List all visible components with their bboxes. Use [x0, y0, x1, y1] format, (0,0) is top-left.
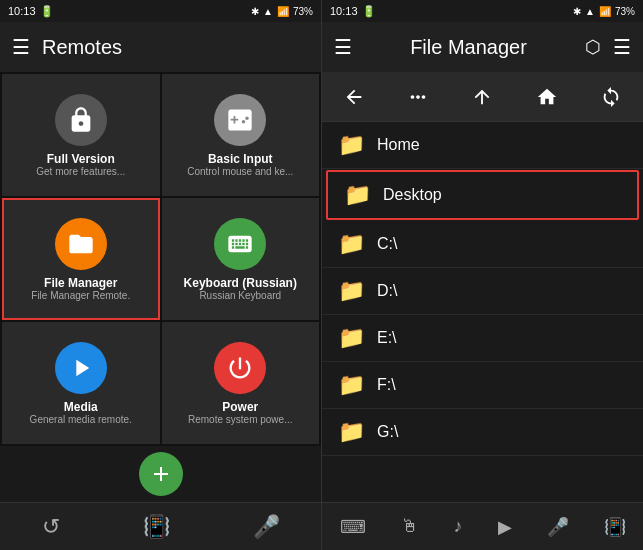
basic-input-name: Basic Input [208, 152, 273, 166]
file-item-c[interactable]: 📁 C:\ [322, 221, 643, 268]
right-panel: 10:13 🔋 ✱ ▲ 📶 73% ☰ File Manager ⬡ ☰ [321, 0, 643, 550]
file-item-home[interactable]: 📁 Home [322, 122, 643, 169]
right-time: 10:13 [330, 5, 358, 17]
left-battery-icon: 🔋 [40, 5, 54, 18]
full-version-icon [55, 94, 107, 146]
remotes-grid: Full Version Get more features... Basic … [0, 72, 321, 446]
full-version-desc: Get more features... [36, 166, 125, 177]
right-status-left: 10:13 🔋 [330, 5, 376, 18]
folder-icon-desktop: 📁 [344, 182, 371, 208]
folder-icon-home: 📁 [338, 132, 365, 158]
right-title: File Manager [364, 36, 573, 59]
remote-item-keyboard[interactable]: Keyboard (Russian) Russian Keyboard [162, 198, 320, 320]
right-bluetooth-icon: ✱ [573, 6, 581, 17]
remote-item-full-version[interactable]: Full Version Get more features... [2, 74, 160, 196]
left-time: 10:13 [8, 5, 36, 17]
keyboard-name: Keyboard (Russian) [184, 276, 297, 290]
file-name-desktop: Desktop [383, 186, 442, 204]
right-wifi-icon: ▲ [585, 6, 595, 17]
left-signal-icon: 📶 [277, 6, 289, 17]
right-menu-icon[interactable]: ☰ [613, 35, 631, 59]
play-bottom-icon[interactable]: ▶ [498, 516, 512, 538]
right-battery-pct: 73% [615, 6, 635, 17]
mic-icon[interactable]: 🎤 [253, 514, 280, 540]
file-name-d: D:\ [377, 282, 397, 300]
basic-input-icon [214, 94, 266, 146]
left-bottom-bar: ↺ 📳 🎤 [0, 502, 321, 550]
sync-button[interactable] [589, 75, 633, 119]
file-manager-icon [55, 218, 107, 270]
add-remote-button[interactable] [139, 452, 183, 496]
layers-icon[interactable]: ⬡ [585, 36, 601, 58]
file-name-e: E:\ [377, 329, 397, 347]
file-name-c: C:\ [377, 235, 397, 253]
left-status-left: 10:13 🔋 [8, 5, 54, 18]
remote-item-basic-input[interactable]: Basic Input Control mouse and ke... [162, 74, 320, 196]
file-item-g[interactable]: 📁 G:\ [322, 409, 643, 456]
media-icon [55, 342, 107, 394]
more-button[interactable] [396, 75, 440, 119]
file-manager-desc: File Manager Remote. [31, 290, 130, 301]
file-item-d[interactable]: 📁 D:\ [322, 268, 643, 315]
keyboard-icon [214, 218, 266, 270]
left-title: Remotes [42, 36, 309, 59]
right-toolbar [322, 72, 643, 122]
file-name-g: G:\ [377, 423, 398, 441]
power-desc: Remote system powe... [188, 414, 292, 425]
right-bottom-bar: ⌨ 🖱 ♪ ▶ 🎤 📳 [322, 502, 643, 550]
file-item-e[interactable]: 📁 E:\ [322, 315, 643, 362]
left-status-right: ✱ ▲ 📶 73% [251, 6, 313, 17]
right-battery-icon: 🔋 [362, 5, 376, 18]
up-button[interactable] [460, 75, 504, 119]
left-bluetooth-icon: ✱ [251, 6, 259, 17]
remote-item-power[interactable]: Power Remote system powe... [162, 322, 320, 444]
media-desc: General media remote. [30, 414, 132, 425]
remote-item-file-manager[interactable]: File Manager File Manager Remote. [2, 198, 160, 320]
folder-icon-d: 📁 [338, 278, 365, 304]
right-status-right: ✱ ▲ 📶 73% [573, 6, 635, 17]
music-bottom-icon[interactable]: ♪ [454, 516, 463, 537]
folder-icon-f: 📁 [338, 372, 365, 398]
media-name: Media [64, 400, 98, 414]
left-wifi-icon: ▲ [263, 6, 273, 17]
vibrate-bottom-icon[interactable]: 📳 [604, 516, 626, 538]
right-hamburger-icon[interactable]: ☰ [334, 35, 352, 59]
file-name-home: Home [377, 136, 420, 154]
folder-icon-c: 📁 [338, 231, 365, 257]
full-version-name: Full Version [47, 152, 115, 166]
mic-bottom-icon[interactable]: 🎤 [547, 516, 569, 538]
folder-icon-e: 📁 [338, 325, 365, 351]
mouse-bottom-icon[interactable]: 🖱 [401, 516, 419, 537]
file-item-desktop[interactable]: 📁 Desktop [326, 170, 639, 220]
remote-item-media[interactable]: Media General media remote. [2, 322, 160, 444]
basic-input-desc: Control mouse and ke... [187, 166, 293, 177]
keyboard-bottom-icon[interactable]: ⌨ [340, 516, 366, 538]
right-status-bar: 10:13 🔋 ✱ ▲ 📶 73% [322, 0, 643, 22]
left-status-bar: 10:13 🔋 ✱ ▲ 📶 73% [0, 0, 321, 22]
left-hamburger-icon[interactable]: ☰ [12, 35, 30, 59]
right-signal-icon: 📶 [599, 6, 611, 17]
refresh-icon[interactable]: ↺ [42, 514, 60, 540]
power-name: Power [222, 400, 258, 414]
folder-icon-g: 📁 [338, 419, 365, 445]
file-manager-name: File Manager [44, 276, 117, 290]
left-panel: 10:13 🔋 ✱ ▲ 📶 73% ☰ Remotes Full Version… [0, 0, 321, 550]
right-top-bar: ☰ File Manager ⬡ ☰ [322, 22, 643, 72]
home-button[interactable] [525, 75, 569, 119]
keyboard-desc: Russian Keyboard [199, 290, 281, 301]
back-button[interactable] [332, 75, 376, 119]
add-button-container [0, 446, 321, 502]
file-item-f[interactable]: 📁 F:\ [322, 362, 643, 409]
file-name-f: F:\ [377, 376, 396, 394]
vibrate-icon[interactable]: 📳 [143, 514, 170, 540]
power-icon [214, 342, 266, 394]
left-top-bar: ☰ Remotes [0, 22, 321, 72]
file-list: 📁 Home 📁 Desktop 📁 C:\ 📁 D:\ 📁 E:\ 📁 F:\… [322, 122, 643, 502]
left-battery-pct: 73% [293, 6, 313, 17]
